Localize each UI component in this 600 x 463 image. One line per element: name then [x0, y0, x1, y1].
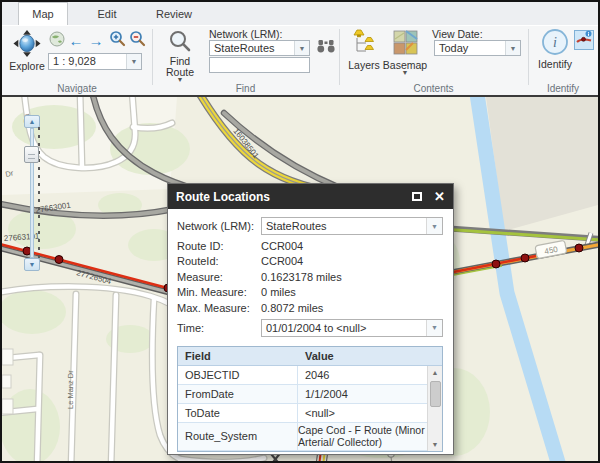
app-window: Map Edit Review Explore	[0, 0, 600, 463]
dlg-max-measure-row: Max. Measure: 0.8072 miles	[177, 300, 443, 316]
back-arrow-icon: ←	[69, 33, 84, 48]
find-route-button[interactable]: Find Route ▼	[159, 29, 201, 83]
scrollbar-thumb[interactable]	[430, 381, 441, 407]
dlg-route-id-row: Route ID: CCR004	[177, 238, 443, 254]
search-routes-button[interactable]	[316, 39, 336, 57]
dlg-routeid-value: CCR004	[261, 255, 303, 267]
view-date-combo[interactable]: Today ▼	[434, 40, 521, 56]
attribute-table: Field Value OBJECTID 2046 FromDate	[177, 346, 443, 452]
dlg-max-measure-label: Max. Measure:	[177, 302, 261, 314]
chevron-down-icon[interactable]: ▼	[126, 54, 141, 69]
svg-text:i: i	[553, 35, 557, 50]
network-lrm-combo[interactable]: StateRoutes ▼	[209, 40, 310, 56]
basemap-button[interactable]: Basemap ▼	[383, 29, 427, 76]
dlg-min-measure-row: Min. Measure: 0 miles	[177, 285, 443, 301]
route-search-input[interactable]	[209, 57, 310, 73]
dlg-route-id-value: CCR004	[261, 240, 303, 252]
fixed-zoom-out-button[interactable]	[128, 31, 146, 49]
cell-field: FromDate	[178, 385, 298, 403]
dlg-routeid-label: RouteId:	[177, 255, 261, 267]
cell-field: ToDate	[178, 404, 298, 422]
map-scale-value: 1 : 9,028	[49, 54, 126, 69]
table-row[interactable]: FromDate 1/1/2004	[178, 385, 427, 404]
table-scrollbar[interactable]: ▲ ▼	[427, 366, 442, 451]
dlg-min-measure-value: 0 miles	[261, 286, 296, 298]
map-label-le-manz-dr: Le Manz Dr	[66, 370, 75, 409]
table-row[interactable]: OBJECTID 2046	[178, 366, 427, 385]
layers-tree-icon	[351, 29, 377, 59]
map-view: 450 27663001 27663101 27726504 16038501	[2, 95, 598, 461]
dlg-network-value: StateRoutes	[262, 218, 426, 234]
zoom-in-icon	[109, 30, 126, 51]
close-icon[interactable]: ✕	[434, 190, 445, 203]
map-scale-combo[interactable]: 1 : 9,028 ▼	[48, 53, 142, 70]
dlg-measure-label: Measure:	[177, 271, 261, 283]
dialog-title: Route Locations	[176, 190, 270, 204]
attribute-table-rows: OBJECTID 2046 FromDate 1/1/2004 ToDate <…	[178, 366, 427, 451]
dlg-max-measure-value: 0.8072 miles	[261, 302, 323, 314]
cell-value: Cape Cod - F Route (Minor Arterial/ Coll…	[298, 422, 427, 450]
cell-field: Route_System	[178, 423, 298, 450]
scroll-up-icon[interactable]: ▲	[428, 366, 442, 379]
network-lrm-label: Network (LRM):	[209, 28, 283, 40]
globe-icon	[49, 31, 65, 51]
group-label-identify: Identify	[528, 83, 598, 94]
app-chrome: Map Edit Review Explore	[2, 2, 598, 461]
identify-label: Identify	[538, 59, 572, 69]
explore-icon	[12, 29, 42, 60]
dialog-title-bar[interactable]: Route Locations ✕	[168, 184, 453, 209]
dlg-network-combo[interactable]: StateRoutes ▼	[261, 217, 443, 235]
dlg-time-combo[interactable]: 01/01/2004 to <null> ▼	[261, 319, 443, 337]
scroll-down-icon[interactable]: ▼	[428, 438, 442, 451]
ribbon-body: Explore ← →	[2, 25, 598, 95]
tab-review[interactable]: Review	[146, 4, 202, 25]
dlg-time-label: Time:	[177, 322, 261, 334]
chevron-down-icon[interactable]: ▼	[294, 41, 309, 55]
previous-extent-button[interactable]: ←	[67, 32, 85, 49]
view-date-value: Today	[435, 41, 505, 55]
dlg-min-measure-label: Min. Measure:	[177, 286, 261, 298]
col-header-field: Field	[178, 350, 298, 362]
group-label-contents: Contents	[339, 83, 528, 94]
find-route-magnifier-icon	[168, 29, 192, 55]
tab-edit[interactable]: Edit	[82, 4, 132, 25]
binoculars-icon	[317, 38, 335, 58]
layers-button[interactable]: Layers	[345, 29, 383, 70]
chevron-down-icon[interactable]: ▼	[505, 41, 520, 55]
route-identify-icon	[576, 30, 592, 50]
dialog-body: Network (LRM): StateRoutes ▼ Route ID: C…	[168, 209, 453, 452]
group-divider	[528, 29, 529, 85]
route-search-value	[210, 58, 309, 72]
zoom-out-icon	[129, 30, 146, 51]
find-route-label-1: Find	[170, 56, 190, 66]
explore-button[interactable]: Explore	[7, 29, 47, 71]
slider-down-button[interactable]: ▼	[24, 258, 40, 271]
dlg-network-label: Network (LRM):	[177, 220, 261, 232]
map-zoom-slider: ▲ ▼	[23, 115, 41, 271]
table-row[interactable]: ToDate <null>	[178, 404, 427, 423]
basemap-tiles-icon	[393, 29, 418, 59]
network-lrm-value: StateRoutes	[210, 41, 294, 55]
ribbon-tab-row: Map Edit Review	[2, 2, 598, 25]
dlg-routeid-row: RouteId: CCR004	[177, 254, 443, 270]
dlg-time-value: 01/01/2004 to <null>	[262, 320, 426, 336]
chevron-down-icon[interactable]: ▼	[426, 218, 442, 234]
group-divider	[152, 29, 153, 85]
identify-info-icon: i	[541, 28, 569, 58]
slider-thumb[interactable]	[24, 146, 39, 163]
chevron-down-icon[interactable]: ▼	[426, 320, 442, 336]
explore-label: Explore	[9, 61, 45, 71]
identify-button[interactable]: i Identify	[535, 28, 575, 69]
basemap-dropdown-caret[interactable]: ▼	[402, 70, 409, 76]
attribute-table-header: Field Value	[178, 347, 442, 366]
cell-field: OBJECTID	[178, 366, 298, 384]
tab-map[interactable]: Map	[18, 2, 68, 25]
cell-value: 2046	[298, 369, 427, 381]
dlg-measure-row: Measure: 0.1623178 miles	[177, 269, 443, 285]
table-row[interactable]: Route_System Cape Cod - F Route (Minor A…	[178, 423, 427, 451]
identify-route-locations-tool[interactable]	[574, 30, 594, 50]
full-extent-button[interactable]	[48, 32, 65, 49]
next-extent-button[interactable]: →	[87, 32, 105, 49]
fixed-zoom-in-button[interactable]	[108, 31, 126, 49]
maximize-icon[interactable]	[412, 192, 422, 201]
